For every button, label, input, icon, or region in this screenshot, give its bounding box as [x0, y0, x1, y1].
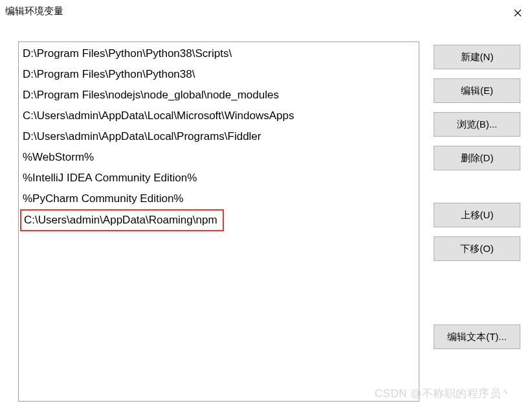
close-icon	[514, 9, 522, 17]
title-bar: 编辑环境变量	[0, 0, 532, 23]
list-item[interactable]: D:\Program Files\Python\Python38\Scripts…	[19, 43, 419, 64]
list-item[interactable]: D:\Users\admin\AppData\Local\Programs\Fi…	[19, 126, 419, 147]
move-down-button[interactable]: 下移(O)	[434, 236, 520, 261]
list-item[interactable]: C:\Users\admin\AppData\Local\Microsoft\W…	[19, 106, 419, 126]
new-button[interactable]: 新建(N)	[434, 45, 520, 69]
spacer	[434, 179, 520, 194]
move-up-button[interactable]: 上移(U)	[434, 203, 520, 227]
list-item[interactable]: D:\Program Files\nodejs\node_global\node…	[19, 85, 419, 106]
close-button[interactable]	[510, 5, 526, 21]
button-column: 新建(N) 编辑(E) 浏览(B)... 删除(D) 上移(U) 下移(O) 编…	[434, 41, 520, 402]
edit-text-button[interactable]: 编辑文本(T)...	[434, 325, 520, 349]
dialog-content: D:\Program Files\Python\Python38\Scripts…	[0, 23, 532, 402]
path-listbox[interactable]: D:\Program Files\Python\Python38\Scripts…	[18, 41, 419, 402]
list-item[interactable]: %PyCharm Community Edition%	[19, 188, 419, 209]
browse-button[interactable]: 浏览(B)...	[434, 112, 520, 137]
list-item[interactable]: D:\Program Files\Python\Python38\	[19, 64, 419, 85]
edit-button[interactable]: 编辑(E)	[434, 78, 520, 103]
list-item[interactable]: %WebStorm%	[19, 147, 419, 168]
spacer	[434, 270, 520, 315]
list-item-highlighted[interactable]: C:\Users\admin\AppData\Roaming\npm	[20, 209, 224, 231]
list-item[interactable]: %IntelliJ IDEA Community Edition%	[19, 168, 419, 188]
delete-button[interactable]: 删除(D)	[434, 146, 520, 170]
dialog-title: 编辑环境变量	[5, 5, 63, 17]
